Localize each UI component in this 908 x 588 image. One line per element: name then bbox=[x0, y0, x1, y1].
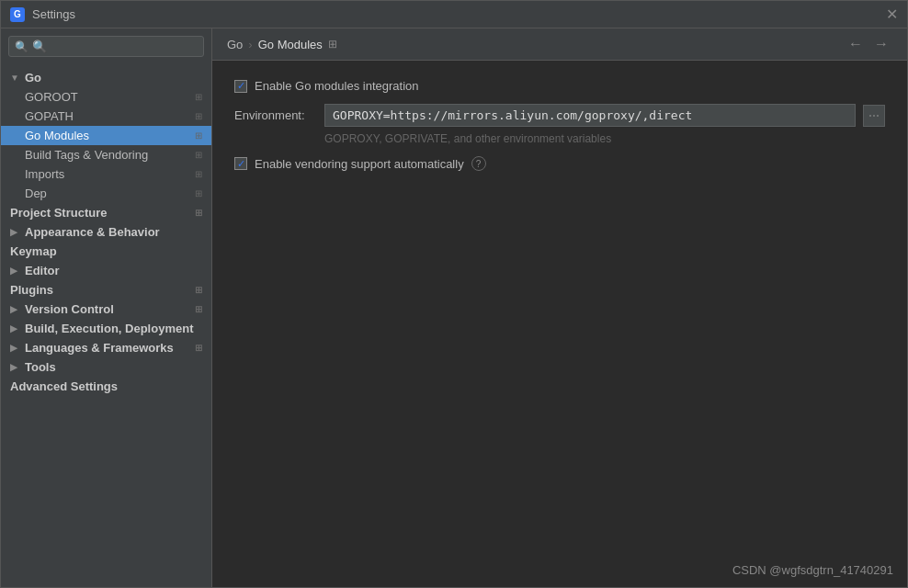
environment-hint: GOPROXY, GOPRIVATE, and other environmen… bbox=[324, 132, 885, 145]
enable-modules-row: Enable Go modules integration bbox=[234, 79, 885, 93]
window-title: Settings bbox=[32, 7, 75, 21]
sidebar-item-label: Tools bbox=[25, 360, 202, 374]
expand-icon: ▶ bbox=[10, 343, 25, 353]
vendoring-label[interactable]: Enable vendoring support automatically bbox=[234, 157, 464, 171]
breadcrumb-settings-icon: ⊞ bbox=[328, 38, 337, 51]
enable-modules-checkbox[interactable] bbox=[234, 80, 247, 93]
env-browse-button[interactable]: ⋯ bbox=[863, 105, 885, 127]
settings-icon: ⊞ bbox=[195, 150, 202, 160]
expand-icon: ▶ bbox=[10, 266, 25, 276]
sidebar-item-label: Version Control bbox=[25, 302, 191, 316]
main-panel: Go › Go Modules ⊞ ← → Enable Go modules … bbox=[212, 28, 907, 587]
sidebar-item-label: Keymap bbox=[10, 244, 202, 258]
enable-modules-label[interactable]: Enable Go modules integration bbox=[234, 79, 419, 93]
sidebar-item-label: Editor bbox=[25, 264, 202, 277]
breadcrumb-parent: Go bbox=[227, 38, 243, 51]
sidebar-item-gopath[interactable]: GOPATH ⊞ bbox=[1, 107, 211, 126]
sidebar-item-goroot[interactable]: GOROOT ⊞ bbox=[1, 87, 211, 107]
environment-input[interactable] bbox=[324, 104, 856, 127]
breadcrumb-current: Go Modules bbox=[258, 38, 323, 51]
expand-icon: ▶ bbox=[10, 304, 25, 314]
settings-icon: ⊞ bbox=[195, 208, 202, 218]
sidebar-item-go[interactable]: ▼ Go bbox=[1, 68, 211, 87]
sidebar-item-tools[interactable]: ▶ Tools bbox=[1, 357, 211, 377]
close-button[interactable]: ✕ bbox=[886, 7, 898, 22]
forward-arrow[interactable]: → bbox=[870, 36, 892, 52]
nav-tree: ▼ Go GOROOT ⊞ GOPATH ⊞ Go Modules ⊞ bbox=[1, 64, 211, 587]
browse-icon: ⋯ bbox=[868, 109, 880, 122]
nav-arrows: ← → bbox=[845, 36, 892, 52]
sidebar-item-build-tags[interactable]: Build Tags & Vendoring ⊞ bbox=[1, 145, 211, 164]
sidebar-item-label: Dep bbox=[25, 187, 191, 200]
expand-icon: ▶ bbox=[10, 227, 25, 237]
sidebar-item-keymap[interactable]: Keymap bbox=[1, 242, 211, 261]
environment-row: Environment: ⋯ bbox=[234, 104, 885, 127]
settings-icon: ⊞ bbox=[195, 92, 202, 102]
sidebar-item-appearance[interactable]: ▶ Appearance & Behavior bbox=[1, 222, 211, 242]
sidebar-item-label: Go Modules bbox=[25, 129, 191, 142]
app-icon: G bbox=[10, 7, 25, 22]
sidebar-item-plugins[interactable]: Plugins ⊞ bbox=[1, 280, 211, 300]
settings-icon: ⊞ bbox=[195, 111, 202, 121]
expand-icon: ▶ bbox=[10, 323, 25, 334]
sidebar-item-label: Build, Execution, Deployment bbox=[25, 322, 202, 335]
sidebar-item-label: Languages & Frameworks bbox=[25, 341, 191, 355]
main-content: 🔍 ▼ Go GOROOT ⊞ GOPATH ⊞ bbox=[1, 28, 907, 587]
breadcrumb-separator: › bbox=[248, 38, 252, 51]
settings-window: G Settings ✕ 🔍 ▼ Go GOROOT ⊞ bbox=[0, 0, 908, 588]
enable-modules-text: Enable Go modules integration bbox=[255, 79, 419, 93]
settings-icon: ⊞ bbox=[195, 304, 202, 314]
sidebar: 🔍 ▼ Go GOROOT ⊞ GOPATH ⊞ bbox=[1, 28, 212, 587]
settings-icon: ⊞ bbox=[195, 188, 202, 198]
vendoring-row: Enable vendoring support automatically ? bbox=[234, 156, 885, 171]
settings-icon: ⊞ bbox=[195, 285, 202, 295]
sidebar-item-go-modules[interactable]: Go Modules ⊞ bbox=[1, 126, 211, 145]
help-icon[interactable]: ? bbox=[471, 156, 486, 171]
settings-icon: ⊞ bbox=[195, 169, 202, 179]
vendoring-text: Enable vendoring support automatically bbox=[255, 157, 464, 171]
sidebar-item-label: Plugins bbox=[10, 283, 191, 297]
sidebar-item-dep[interactable]: Dep ⊞ bbox=[1, 184, 211, 203]
sidebar-item-label: GOROOT bbox=[25, 90, 191, 104]
sidebar-item-label: Build Tags & Vendoring bbox=[25, 148, 191, 162]
titlebar: G Settings ✕ bbox=[1, 1, 907, 28]
sidebar-item-imports[interactable]: Imports ⊞ bbox=[1, 164, 211, 184]
sidebar-item-label: Advanced Settings bbox=[10, 379, 202, 393]
sidebar-item-label: Imports bbox=[25, 167, 191, 181]
sidebar-item-label: Project Structure bbox=[10, 206, 191, 220]
search-box: 🔍 bbox=[8, 36, 204, 57]
sidebar-item-project-structure[interactable]: Project Structure ⊞ bbox=[1, 203, 211, 222]
sidebar-item-label: Go bbox=[25, 71, 202, 85]
sidebar-item-version-control[interactable]: ▶ Version Control ⊞ bbox=[1, 300, 211, 319]
settings-icon: ⊞ bbox=[195, 343, 202, 353]
settings-content: Enable Go modules integration Environmen… bbox=[212, 61, 907, 587]
sidebar-item-advanced-settings[interactable]: Advanced Settings bbox=[1, 377, 211, 396]
expand-icon: ▶ bbox=[10, 362, 25, 372]
search-input[interactable] bbox=[32, 40, 198, 53]
sidebar-item-build-execution[interactable]: ▶ Build, Execution, Deployment bbox=[1, 319, 211, 338]
expand-icon: ▼ bbox=[10, 73, 25, 83]
environment-label: Environment: bbox=[234, 108, 317, 122]
back-arrow[interactable]: ← bbox=[845, 36, 867, 52]
search-icon: 🔍 bbox=[15, 40, 28, 53]
settings-icon: ⊞ bbox=[195, 130, 202, 141]
breadcrumb-bar: Go › Go Modules ⊞ ← → bbox=[212, 28, 907, 61]
vendoring-checkbox[interactable] bbox=[234, 157, 247, 170]
sidebar-item-label: GOPATH bbox=[25, 109, 191, 123]
sidebar-item-languages[interactable]: ▶ Languages & Frameworks ⊞ bbox=[1, 338, 211, 357]
sidebar-item-label: Appearance & Behavior bbox=[25, 225, 202, 239]
sidebar-item-editor[interactable]: ▶ Editor bbox=[1, 261, 211, 280]
watermark: CSDN @wgfsdgtrn_41740291 bbox=[732, 563, 893, 577]
